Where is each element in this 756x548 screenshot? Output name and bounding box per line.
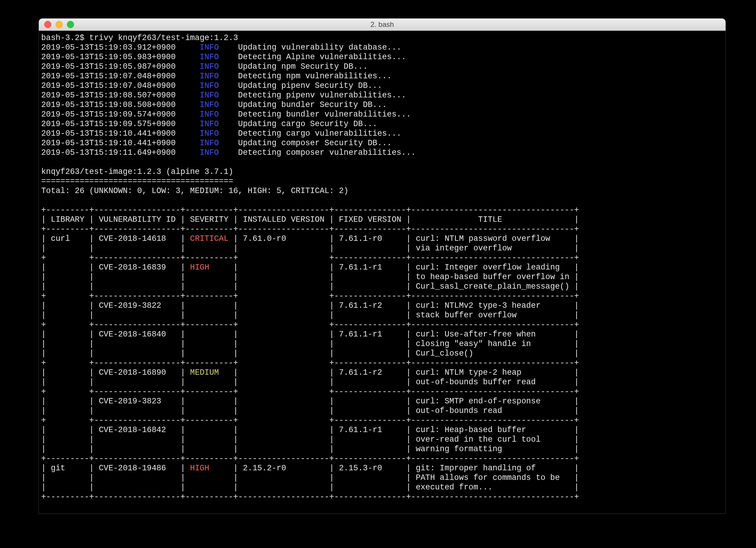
terminal-output[interactable]: bash-3.2$ trivy knqyf263/test-image:1.2.… [39, 31, 726, 514]
titlebar: 2. bash [39, 19, 726, 31]
terminal-window: 2. bash bash-3.2$ trivy knqyf263/test-im… [39, 19, 726, 514]
window-title: 2. bash [39, 20, 726, 29]
